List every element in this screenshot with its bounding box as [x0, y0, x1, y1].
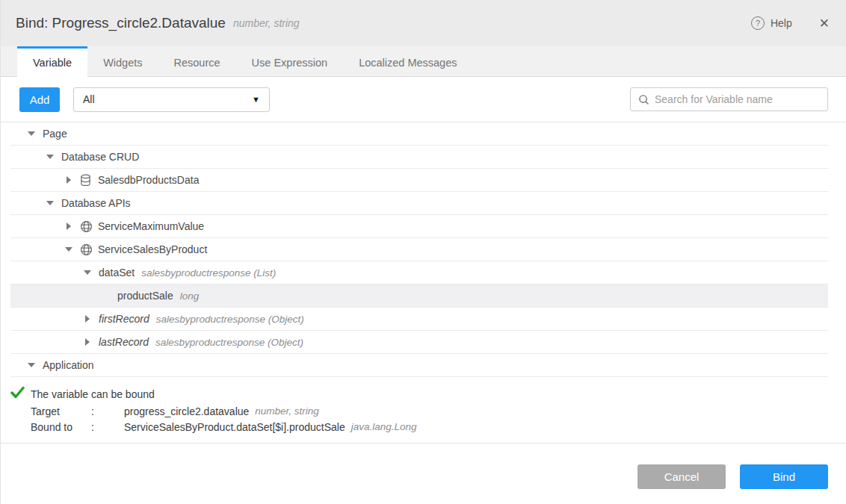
target-line: Target : progress_circle2.datavalue numb… — [10, 405, 846, 417]
tab-resource[interactable]: Resource — [158, 46, 236, 76]
tree-node-label: ServiceSalesByProduct — [98, 243, 207, 255]
target-value: progress_circle2.datavalue — [124, 405, 249, 417]
tree-row-lastrecord[interactable]: lastRecordsalesbyproductresponse (Object… — [10, 331, 828, 354]
collapse-caret-icon[interactable] — [46, 155, 54, 159]
variable-filter-value: All — [83, 93, 95, 105]
tree-node-type: long — [180, 290, 200, 302]
tree-node-label: productSale — [117, 290, 173, 302]
webservice-icon — [80, 220, 93, 233]
tree-row-dataset[interactable]: dataSetsalesbyproductresponse (List) — [10, 261, 828, 284]
dialog-footer: Cancel Bind — [1, 444, 846, 489]
target-type: number, string — [255, 405, 319, 417]
tab-localized-messages[interactable]: Localized Messages — [343, 46, 472, 76]
tree-row-firstrecord[interactable]: firstRecordsalesbyproductresponse (Objec… — [10, 308, 828, 331]
tree-node-type: salesbyproductresponse (List) — [141, 267, 276, 279]
cancel-button[interactable]: Cancel — [637, 464, 726, 489]
status-message: The variable can be bound — [31, 388, 155, 400]
variable-filter-dropdown[interactable]: All ▼ — [73, 87, 270, 112]
tab-use-expression[interactable]: Use Expression — [236, 46, 344, 76]
expand-caret-icon[interactable] — [85, 315, 90, 323]
toolbar: Add All ▼ — [1, 77, 846, 122]
database-icon — [80, 173, 93, 187]
tree-node-label: Database CRUD — [61, 151, 139, 163]
binding-status: The variable can be bound Target : progr… — [1, 377, 846, 433]
tree-node-type: salesbyproductresponse (Object) — [156, 314, 304, 325]
tree-row-database apis[interactable]: Database APIs — [10, 192, 828, 215]
tab-widgets[interactable]: Widgets — [87, 46, 158, 76]
webservice-icon — [80, 243, 93, 256]
tree-row-application[interactable]: Application — [10, 354, 828, 377]
tree-node-type: salesbyproductresponse (Object) — [155, 337, 303, 348]
tree-row-productsale[interactable]: productSalelong — [10, 284, 828, 308]
tree-row-page[interactable]: Page — [10, 122, 828, 146]
dialog-header: Bind: Progress_circle2.Datavalue number,… — [1, 0, 846, 46]
tab-variable[interactable]: Variable — [17, 46, 87, 77]
help-label: Help — [771, 17, 792, 29]
search-box[interactable] — [630, 87, 828, 111]
tree-node-label: firstRecord — [99, 313, 149, 325]
dropdown-caret-icon: ▼ — [252, 95, 260, 104]
tab-bar: VariableWidgetsResourceUse ExpressionLoc… — [1, 46, 846, 77]
tree-node-label: ServiceMaximumValue — [98, 220, 204, 232]
help-icon: ? — [751, 16, 765, 30]
collapse-caret-icon[interactable] — [46, 201, 54, 205]
tree-node-label: Database APIs — [61, 197, 131, 209]
tree-row-database crud[interactable]: Database CRUD — [10, 146, 828, 169]
dialog-title: Bind: Progress_circle2.Datavalue — [16, 15, 226, 31]
bind-button[interactable]: Bind — [740, 464, 828, 489]
bound-to-value: ServiceSalesByProduct.dataSet[$i].produc… — [124, 421, 345, 433]
tree-row-servicesalesbyproduct[interactable]: ServiceSalesByProduct — [10, 238, 828, 261]
expand-caret-icon[interactable] — [67, 223, 71, 230]
bound-to-type: java.lang.Long — [351, 421, 417, 433]
tree-node-label: Page — [43, 128, 67, 140]
tree-node-label: SalesdbProductsData — [98, 174, 199, 186]
collapse-caret-icon[interactable] — [65, 247, 72, 252]
tree-row-servicemaximumvalue[interactable]: ServiceMaximumValue — [10, 215, 828, 238]
close-icon[interactable]: ✕ — [819, 17, 830, 30]
tree-node-label: dataSet — [99, 267, 135, 279]
dialog-subtitle: number, string — [233, 17, 300, 29]
target-label: Target — [31, 405, 91, 417]
tree-node-label: Application — [43, 359, 94, 371]
variable-tree: PageDatabase CRUDSalesdbProductsDataData… — [1, 122, 846, 377]
bound-to-label: Bound to — [31, 421, 91, 433]
add-button[interactable]: Add — [19, 87, 60, 112]
search-input[interactable] — [655, 93, 820, 105]
tree-row-salesdbproductsdata[interactable]: SalesdbProductsData — [10, 169, 828, 192]
collapse-caret-icon[interactable] — [28, 131, 35, 136]
search-icon — [638, 94, 649, 105]
success-check-icon — [10, 386, 31, 402]
collapse-caret-icon[interactable] — [28, 363, 35, 367]
expand-caret-icon[interactable] — [67, 176, 71, 184]
bound-to-line: Bound to : ServiceSalesByProduct.dataSet… — [10, 421, 846, 433]
expand-caret-icon[interactable] — [85, 338, 90, 346]
collapse-caret-icon[interactable] — [84, 270, 91, 275]
tree-node-label: lastRecord — [99, 336, 149, 348]
help-button[interactable]: ? Help — [751, 16, 792, 30]
